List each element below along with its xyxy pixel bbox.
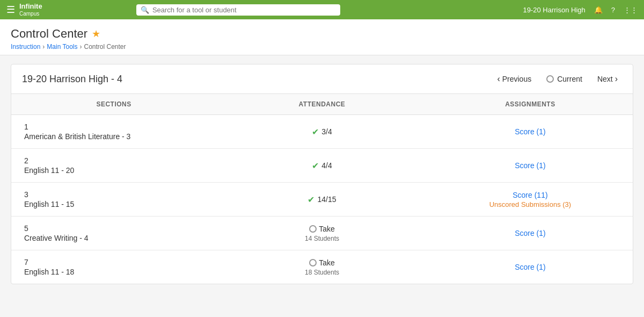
check-circle-icon: ✔ xyxy=(308,194,314,205)
top-navigation: ☰ Infinite Campus 🔍 19-20 Harrison High … xyxy=(0,0,644,19)
section-number: 3 xyxy=(24,190,208,199)
main-content: 19-20 Harrison High - 4 ‹ Previous Curre… xyxy=(0,55,644,293)
search-input[interactable] xyxy=(152,6,336,14)
attendance-score-cell: ✔ 3/4 xyxy=(225,127,419,137)
logo-area: ☰ Infinite Campus xyxy=(6,3,42,16)
assignment-score[interactable]: Score (11) xyxy=(513,191,547,199)
section-cell: 3 English 11 - 15 xyxy=(11,183,216,217)
current-circle-icon xyxy=(546,75,554,83)
attendance-score-cell: ✔ 4/4 xyxy=(225,161,419,171)
table-row: 5 Creative Writing - 4 Take 14 Students … xyxy=(11,217,633,250)
table-row: 1 American & British Literature - 3 ✔ 3/… xyxy=(11,115,633,149)
assignment-score[interactable]: Score (1) xyxy=(515,127,546,136)
section-name: English 11 - 15 xyxy=(24,200,208,208)
assignment-score-cell[interactable]: Score (1) xyxy=(436,263,624,271)
attendance-cell: ✔ 4/4 xyxy=(216,149,428,183)
attendance-row: ✔ 14/15 xyxy=(308,194,336,205)
breadcrumb-sep-2: › xyxy=(80,43,82,51)
table-row: 7 English 11 - 18 Take 18 Students Score… xyxy=(11,250,633,284)
take-attendance-button[interactable]: Take xyxy=(309,225,335,233)
unscored-submissions[interactable]: Unscored Submissions (3) xyxy=(489,200,571,208)
assignment-cell[interactable]: Score (11)Unscored Submissions (3) xyxy=(428,183,633,217)
assignment-score-cell[interactable]: Score (1) xyxy=(436,127,624,136)
col-attendance: ATTENDANCE xyxy=(216,94,428,115)
assignment-score-cell[interactable]: Score (1) xyxy=(436,161,624,170)
nav-right: 19-20 Harrison High 🔔 ? ⋮⋮ xyxy=(523,6,638,14)
attendance-value: 3/4 xyxy=(321,127,332,136)
section-name: American & British Literature - 3 xyxy=(24,132,208,141)
section-cell: 2 English 11 - 20 xyxy=(11,149,216,183)
page-header: Control Center ★ Instruction › Main Tool… xyxy=(0,19,644,55)
period-card: 19-20 Harrison High - 4 ‹ Previous Curre… xyxy=(11,64,633,284)
attendance-take-cell[interactable]: Take 14 Students xyxy=(225,225,419,242)
assignment-cell[interactable]: Score (1) xyxy=(428,149,633,183)
previous-label: Previous xyxy=(502,75,531,83)
attendance-cell[interactable]: Take 14 Students xyxy=(216,217,428,250)
chevron-left-icon: ‹ xyxy=(497,74,500,84)
attendance-cell[interactable]: Take 18 Students xyxy=(216,250,428,284)
section-cell: 7 English 11 - 18 xyxy=(11,250,216,284)
table-row: 2 English 11 - 20 ✔ 4/4 Score (1) xyxy=(11,149,633,183)
next-label: Next xyxy=(597,75,613,83)
section-name: Creative Writing - 4 xyxy=(24,234,208,242)
attendance-row: ✔ 4/4 xyxy=(312,161,332,171)
attendance-score-cell: ✔ 14/15 xyxy=(225,194,419,205)
table-header-row: SECTIONS ATTENDANCE ASSIGNMENTS xyxy=(11,94,633,115)
assignment-score-cell[interactable]: Score (11)Unscored Submissions (3) xyxy=(436,191,624,208)
take-label: Take xyxy=(319,258,335,267)
table-row: 3 English 11 - 15 ✔ 14/15 Score (11)Unsc… xyxy=(11,183,633,217)
section-name: English 11 - 18 xyxy=(24,268,208,276)
school-label: 19-20 Harrison High xyxy=(523,6,585,14)
attendance-cell: ✔ 3/4 xyxy=(216,115,428,149)
assignment-score[interactable]: Score (1) xyxy=(515,263,546,271)
take-attendance-button[interactable]: Take xyxy=(309,258,335,267)
assignment-cell[interactable]: Score (1) xyxy=(428,250,633,284)
section-number: 5 xyxy=(24,224,208,233)
favorite-icon[interactable]: ★ xyxy=(92,28,100,40)
period-nav: ‹ Previous Current Next › xyxy=(493,72,622,86)
students-count: 14 Students xyxy=(305,235,339,242)
breadcrumb-current: Control Center xyxy=(84,43,126,51)
breadcrumb-instruction[interactable]: Instruction xyxy=(11,43,40,51)
assignment-score-cell[interactable]: Score (1) xyxy=(436,229,624,237)
previous-button[interactable]: ‹ Previous xyxy=(493,72,536,86)
app-logo: Infinite Campus xyxy=(19,3,42,16)
assignment-cell[interactable]: Score (1) xyxy=(428,217,633,250)
students-count: 18 Students xyxy=(305,269,339,276)
next-button[interactable]: Next › xyxy=(593,72,622,86)
attendance-value: 4/4 xyxy=(321,161,332,170)
section-number: 2 xyxy=(24,156,208,165)
col-assignments: ASSIGNMENTS xyxy=(428,94,633,115)
attendance-value: 14/15 xyxy=(317,195,336,204)
breadcrumb-sep-1: › xyxy=(42,43,45,51)
check-circle-icon: ✔ xyxy=(312,161,319,171)
breadcrumb: Instruction › Main Tools › Control Cente… xyxy=(11,43,633,51)
section-cell: 5 Creative Writing - 4 xyxy=(11,217,216,250)
assignment-cell[interactable]: Score (1) xyxy=(428,115,633,149)
search-bar[interactable]: 🔍 xyxy=(136,4,340,16)
period-header: 19-20 Harrison High - 4 ‹ Previous Curre… xyxy=(11,64,633,94)
hamburger-icon[interactable]: ☰ xyxy=(6,4,15,16)
sections-table: SECTIONS ATTENDANCE ASSIGNMENTS 1 Americ… xyxy=(11,94,633,284)
attendance-take-cell[interactable]: Take 18 Students xyxy=(225,258,419,276)
section-number: 7 xyxy=(24,258,208,266)
chevron-right-icon: › xyxy=(615,74,618,84)
take-label: Take xyxy=(319,225,335,233)
period-title: 19-20 Harrison High - 4 xyxy=(22,74,122,85)
attendance-cell: ✔ 14/15 xyxy=(216,183,428,217)
help-icon[interactable]: ? xyxy=(611,6,615,14)
attendance-row: ✔ 3/4 xyxy=(312,127,332,137)
col-sections: SECTIONS xyxy=(11,94,216,115)
search-icon: 🔍 xyxy=(141,6,149,14)
bell-icon[interactable]: 🔔 xyxy=(594,6,603,14)
empty-circle-icon xyxy=(309,225,317,233)
section-number: 1 xyxy=(24,123,208,131)
logo-subtext: Campus xyxy=(19,11,42,17)
breadcrumb-main-tools[interactable]: Main Tools xyxy=(47,43,77,51)
assignment-score[interactable]: Score (1) xyxy=(515,229,546,237)
grid-icon[interactable]: ⋮⋮ xyxy=(624,6,638,14)
empty-circle-icon xyxy=(309,259,317,266)
assignment-score[interactable]: Score (1) xyxy=(515,161,546,170)
check-circle-icon: ✔ xyxy=(312,127,319,137)
current-button[interactable]: Current xyxy=(546,75,582,83)
